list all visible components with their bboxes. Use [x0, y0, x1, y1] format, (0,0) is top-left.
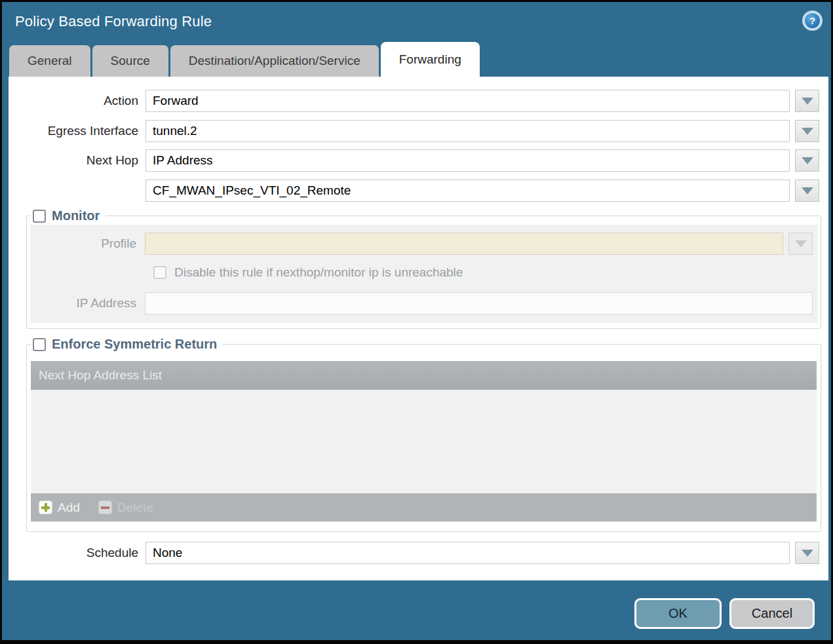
next-hop-address-list-header: Next Hop Address List	[31, 361, 817, 390]
policy-based-forwarding-dialog: Policy Based Forwarding Rule ? General S…	[0, 0, 833, 644]
disable-rule-row: Disable this rule if nexthop/monitor ip …	[30, 265, 817, 280]
tab-source[interactable]: Source	[92, 45, 168, 77]
tab-forwarding[interactable]: Forwarding	[381, 42, 480, 77]
action-select[interactable]: Forward	[145, 90, 790, 112]
profile-dropdown-button	[788, 233, 813, 255]
minus-icon	[98, 501, 112, 514]
profile-label: Profile	[30, 233, 145, 255]
symmetric-return-section: Enforce Symmetric Return Next Hop Addres…	[26, 337, 821, 532]
next-hop-address-list-table: Next Hop Address List Add Delete	[31, 361, 817, 521]
delete-button-label: Delete	[117, 501, 153, 515]
next-hop-type-dropdown-button[interactable]	[795, 149, 819, 172]
egress-interface-row: Egress Interface tunnel.2	[9, 120, 828, 142]
delete-button: Delete	[98, 501, 153, 515]
next-hop-address-dropdown-button[interactable]	[795, 180, 819, 202]
monitor-panel: Profile Disable this rule if nexthop/mon…	[30, 225, 817, 323]
monitor-checkbox[interactable]	[33, 210, 46, 223]
tab-destination-application-service[interactable]: Destination/Application/Service	[170, 45, 379, 77]
monitor-section: Monitor Profile Disable this rule if nex…	[26, 208, 821, 329]
tab-general[interactable]: General	[9, 45, 90, 77]
next-hop-address-list-body[interactable]	[31, 390, 817, 493]
dropdown-arrow-icon	[802, 550, 813, 557]
dropdown-arrow-icon	[802, 187, 813, 195]
enforce-symmetric-return-checkbox[interactable]	[33, 338, 46, 351]
egress-interface-dropdown-button[interactable]	[795, 120, 819, 142]
add-button-label: Add	[58, 501, 80, 515]
next-hop-row: Next Hop IP Address	[9, 149, 828, 172]
dialog-title: Policy Based Forwarding Rule	[15, 13, 212, 30]
plus-icon	[39, 501, 52, 514]
schedule-select[interactable]: None	[145, 542, 790, 564]
question-mark-glyph: ?	[805, 13, 820, 28]
next-hop-address-select[interactable]: CF_MWAN_IPsec_VTI_02_Remote	[145, 180, 790, 202]
schedule-dropdown-button[interactable]	[795, 542, 819, 564]
tab-bar: General Source Destination/Application/S…	[9, 43, 480, 77]
next-hop-address-list-toolbar: Add Delete	[31, 493, 817, 521]
monitor-section-title: Monitor	[52, 208, 100, 223]
action-label: Action	[9, 90, 138, 112]
dropdown-arrow-icon	[802, 98, 813, 105]
egress-interface-label: Egress Interface	[9, 120, 138, 142]
next-hop-address-row: CF_MWAN_IPsec_VTI_02_Remote	[9, 180, 828, 202]
profile-select	[145, 233, 783, 255]
profile-row: Profile	[30, 233, 817, 255]
egress-interface-select[interactable]: tunnel.2	[145, 120, 790, 142]
forwarding-tab-panel: Action Forward Egress Interface tunnel.2…	[9, 77, 828, 580]
symmetric-return-section-title: Enforce Symmetric Return	[52, 337, 217, 352]
cancel-button[interactable]: Cancel	[729, 598, 815, 629]
symmetric-return-legend: Enforce Symmetric Return	[31, 337, 223, 352]
monitor-ip-address-label: IP Address	[30, 292, 145, 314]
action-row: Action Forward	[9, 90, 828, 112]
disable-rule-label: Disable this rule if nexthop/monitor ip …	[174, 265, 463, 280]
help-icon[interactable]: ?	[802, 10, 823, 31]
dropdown-arrow-icon	[802, 128, 813, 135]
schedule-row: Schedule None	[9, 542, 828, 564]
add-button[interactable]: Add	[39, 501, 80, 515]
schedule-label: Schedule	[9, 542, 138, 564]
dropdown-arrow-icon	[795, 240, 807, 248]
ok-button[interactable]: OK	[634, 598, 722, 629]
monitor-ip-address-row: IP Address	[30, 292, 817, 314]
next-hop-type-select[interactable]: IP Address	[145, 149, 790, 172]
monitor-ip-address-input	[145, 292, 813, 314]
monitor-legend: Monitor	[31, 208, 106, 223]
action-dropdown-button[interactable]	[795, 90, 819, 112]
dropdown-arrow-icon	[802, 157, 813, 164]
next-hop-label: Next Hop	[9, 149, 138, 172]
disable-rule-checkbox	[153, 266, 166, 279]
